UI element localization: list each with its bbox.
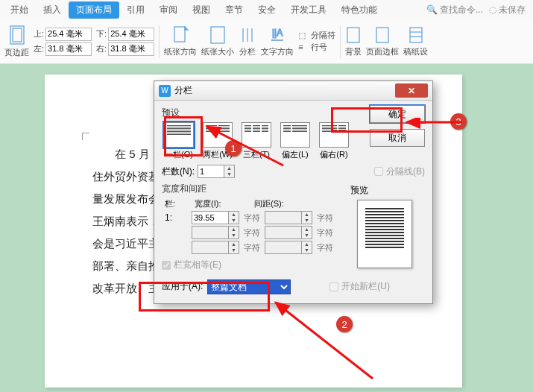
paper-size-button[interactable]: 纸张大小 xyxy=(201,25,234,57)
svg-rect-8 xyxy=(347,28,359,42)
svg-rect-2 xyxy=(174,27,185,42)
svg-rect-9 xyxy=(376,28,388,42)
col1-spacing-input xyxy=(265,211,302,224)
col2-spacing-input xyxy=(265,226,302,239)
preset-three-columns[interactable]: 三栏(T) xyxy=(239,122,274,160)
spinner-icon[interactable]: ▲▼ xyxy=(224,165,235,178)
preset-two-columns[interactable]: 两栏(W) xyxy=(201,122,235,160)
separator-line-checkbox xyxy=(374,167,383,176)
manuscript-button[interactable]: 稿纸设 xyxy=(403,25,428,57)
preview-thumbnail xyxy=(357,200,412,268)
tab-start[interactable]: 开始 xyxy=(3,1,36,19)
preset-left[interactable]: 偏左(L) xyxy=(278,122,312,160)
tab-reference[interactable]: 引用 xyxy=(119,1,152,19)
ok-button[interactable]: 确定 xyxy=(370,105,425,123)
ribbon: 页边距 上: 左: 下: 右: 纸张方向 纸张大小 分栏 ||A 文字方向 ⬚分… xyxy=(0,19,533,64)
background-button[interactable]: 背景 xyxy=(345,25,362,57)
page-margin-button[interactable]: 页边距 xyxy=(4,25,29,58)
tab-chapter[interactable]: 章节 xyxy=(218,1,250,19)
col1-width-input[interactable] xyxy=(192,211,229,224)
line-number-button[interactable]: ≡行号 xyxy=(298,42,335,53)
margin-corner-icon xyxy=(82,133,89,140)
save-status[interactable]: ◌ 未保存 xyxy=(489,4,533,16)
command-search[interactable]: 🔍 查找命令... xyxy=(426,4,489,16)
close-button[interactable]: ✕ xyxy=(395,83,428,98)
paper-direction-button[interactable]: 纸张方向 xyxy=(164,25,197,57)
columns-dialog: W 分栏 ✕ 确定 取消 预设 一栏(O) 两栏(W) 三栏(T) 偏左( xyxy=(154,80,433,304)
columns-button[interactable]: 分栏 xyxy=(239,25,256,57)
col3-spacing-input xyxy=(265,241,302,254)
dialog-title: 分栏 xyxy=(174,84,395,97)
tab-dev[interactable]: 开发工具 xyxy=(283,1,334,19)
apply-to-select[interactable]: 整篇文档 xyxy=(207,279,291,294)
tab-view[interactable]: 视图 xyxy=(185,1,218,19)
preset-right[interactable]: 偏右(R) xyxy=(317,122,351,160)
page-border-button[interactable]: 页面边框 xyxy=(366,25,399,57)
menu-tabs: 开始 插入 页面布局 引用 审阅 视图 章节 安全 开发工具 特色功能 🔍 查找… xyxy=(0,0,533,19)
preview-label: 预览 xyxy=(350,184,419,197)
start-new-column-checkbox xyxy=(329,282,338,291)
apply-to-label: 应用于(A): xyxy=(162,280,203,293)
col2-width-input xyxy=(192,226,229,239)
col3-width-input xyxy=(192,241,229,254)
tab-review[interactable]: 审阅 xyxy=(152,1,185,19)
tab-features[interactable]: 特色功能 xyxy=(334,1,385,19)
text-direction-button[interactable]: ||A 文字方向 xyxy=(261,25,294,57)
preset-one-column[interactable]: 一栏(O) xyxy=(162,122,196,160)
dialog-titlebar[interactable]: W 分栏 ✕ xyxy=(154,81,432,101)
column-count-label: 栏数(N): xyxy=(162,165,195,178)
svg-rect-1 xyxy=(13,28,22,42)
margin-bottom-input[interactable] xyxy=(108,28,154,41)
section-break-button[interactable]: ⬚分隔符 xyxy=(298,30,335,41)
column-count-input[interactable] xyxy=(198,165,224,178)
cancel-button[interactable]: 取消 xyxy=(370,129,425,147)
tab-page-layout[interactable]: 页面布局 xyxy=(69,1,119,19)
tab-insert[interactable]: 插入 xyxy=(36,1,69,19)
svg-text:||A: ||A xyxy=(272,28,283,38)
app-icon: W xyxy=(159,85,171,97)
svg-rect-10 xyxy=(410,28,422,42)
equal-width-checkbox xyxy=(162,261,171,270)
margin-right-input[interactable] xyxy=(108,42,154,56)
svg-rect-3 xyxy=(211,27,224,43)
margin-top-input[interactable] xyxy=(45,28,92,41)
tab-security[interactable]: 安全 xyxy=(250,1,283,19)
margin-left-input[interactable] xyxy=(45,42,92,56)
